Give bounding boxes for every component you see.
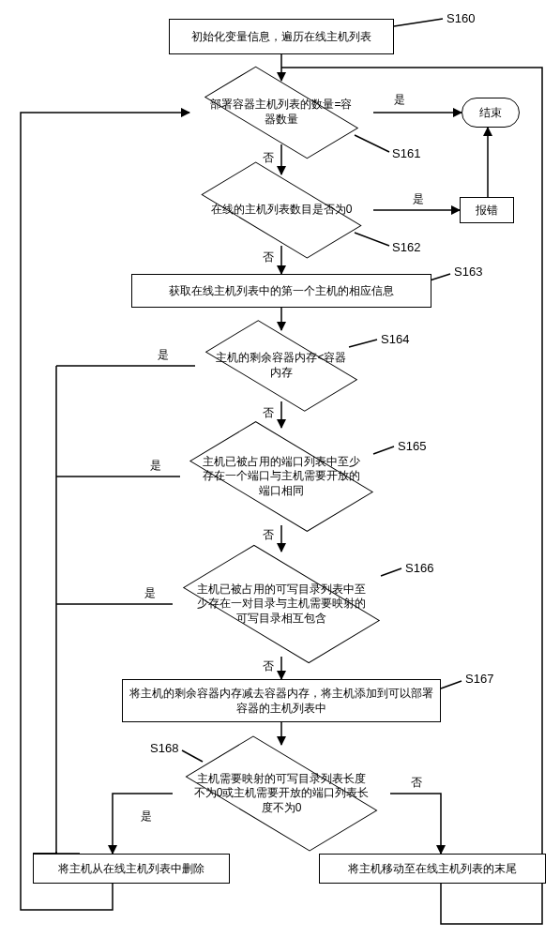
step-s167: S167 — [465, 672, 493, 686]
step-s163: S163 — [454, 265, 482, 279]
s168-yes: 是 — [141, 809, 152, 825]
svg-line-1 — [394, 19, 443, 26]
get-first-host-box: 获取在线主机列表中的第一个主机的相应信息 — [131, 274, 431, 308]
s165-yes: 是 — [150, 458, 161, 474]
s162-yes: 是 — [413, 191, 424, 207]
s164-no: 否 — [263, 405, 274, 421]
error-box: 报错 — [460, 197, 514, 223]
get-first-host-text: 获取在线主机列表中的第一个主机的相应信息 — [169, 283, 394, 298]
decision-s166-text: 主机已被占用的可写目录列表中至少存在一对目录与主机需要映射的可写目录相互包含 — [193, 582, 370, 627]
decision-s161-text: 部署容器主机列表的数量=容器数量 — [210, 98, 353, 127]
error-text: 报错 — [476, 203, 498, 218]
update-host-box: 将主机的剩余容器内存减去容器内存，将主机添加到可以部署容器的主机列表中 — [122, 679, 441, 722]
s166-yes: 是 — [144, 585, 156, 601]
step-s168: S168 — [150, 741, 178, 755]
step-s160: S160 — [446, 11, 475, 25]
step-s162: S162 — [392, 240, 420, 254]
s166-no: 否 — [263, 658, 274, 674]
decision-s168-text: 主机需要映射的可写目录列表长度不为0或主机需要开放的端口列表长度不为0 — [193, 772, 370, 816]
decision-s165: 主机已被占用的端口列表中至少存在一个端口与主机需要开放的端口相同 — [180, 428, 383, 525]
end-text: 结束 — [479, 105, 502, 121]
step-s161: S161 — [392, 146, 420, 160]
decision-s162: 在线的主机列表数目是否为0 — [189, 174, 373, 246]
decision-s161: 部署容器主机列表的数量=容器数量 — [189, 81, 373, 144]
end-terminator: 结束 — [462, 98, 520, 128]
svg-line-20 — [441, 681, 462, 688]
s161-no: 否 — [263, 150, 274, 166]
remove-host-text: 将主机从在线主机列表中删除 — [58, 861, 204, 876]
decision-s168: 主机需要映射的可写目录列表长度不为0或主机需要开放的端口列表长度不为0 — [173, 745, 390, 842]
init-box-text: 初始化变量信息，遍历在线主机列表 — [191, 29, 371, 44]
s161-yes: 是 — [394, 92, 405, 108]
s168-no: 否 — [411, 775, 422, 791]
init-box: 初始化变量信息，遍历在线主机列表 — [169, 19, 394, 54]
s162-no: 否 — [263, 250, 274, 265]
decision-s166: 主机已被占用的可写目录列表中至少存在一对目录与主机需要映射的可写目录相互包含 — [173, 552, 390, 657]
step-s165: S165 — [398, 439, 426, 453]
decision-s164-text: 主机的剩余容器内存<容器内存 — [216, 351, 347, 380]
step-s164: S164 — [381, 332, 409, 346]
update-host-text: 将主机的剩余容器内存减去容器内存，将主机添加到可以部署容器的主机列表中 — [129, 686, 434, 716]
move-host-box: 将主机移动至在线主机列表的末尾 — [319, 854, 546, 884]
decision-s162-text: 在线的主机列表数目是否为0 — [211, 203, 353, 218]
remove-host-box: 将主机从在线主机列表中删除 — [33, 854, 230, 884]
flowchart: 初始化变量信息，遍历在线主机列表 S160 部署容器主机列表的数量=容器数量 是… — [0, 0, 560, 938]
decision-s165-text: 主机已被占用的端口列表中至少存在一个端口与主机需要开放的端口相同 — [201, 455, 362, 499]
s164-yes: 是 — [158, 347, 169, 363]
step-s166: S166 — [405, 561, 433, 575]
move-host-text: 将主机移动至在线主机列表的末尾 — [348, 861, 517, 876]
decision-s164: 主机的剩余容器内存<容器内存 — [195, 330, 368, 401]
s165-no: 否 — [263, 527, 274, 543]
